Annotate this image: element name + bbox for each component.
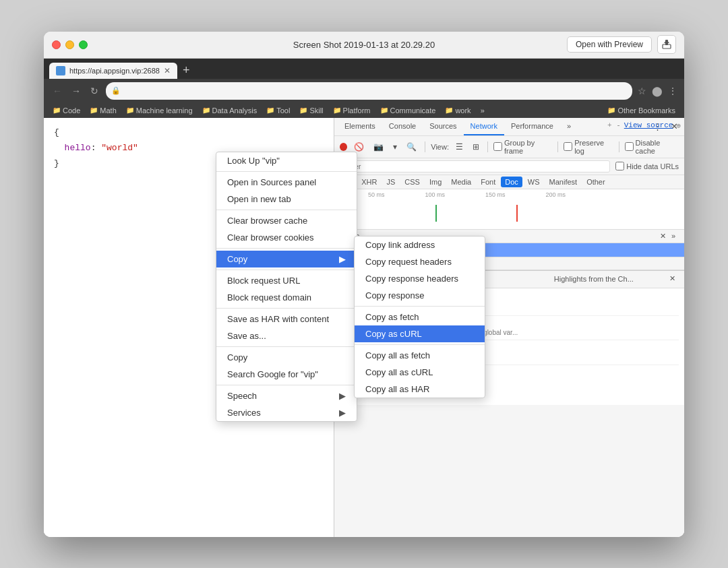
menu-copy-2-label: Copy <box>227 352 247 362</box>
disable-cache-checkbox[interactable]: Disable cache <box>625 139 679 155</box>
record-button[interactable] <box>340 143 347 151</box>
bookmark-math[interactable]: 📁 Math <box>86 105 119 116</box>
bookmark-skill[interactable]: 📁 Skill <box>296 105 326 116</box>
bookmark-icon[interactable]: ☆ <box>638 86 646 96</box>
list-view-button[interactable]: ☰ <box>453 141 466 153</box>
hide-data-urls-checkbox[interactable]: Hide data URLs <box>615 162 679 170</box>
minimize-button[interactable] <box>65 40 74 49</box>
clear-button[interactable]: 🚫 <box>351 141 367 153</box>
toolbar-divider <box>425 141 425 152</box>
filter-font[interactable]: Font <box>477 177 499 187</box>
col-x[interactable]: ✕ <box>657 232 668 241</box>
menu-sep-1 <box>216 171 357 172</box>
menu-save-as[interactable]: Save as... <box>216 327 357 344</box>
submenu-arrow-copy: ▶ <box>339 254 346 264</box>
browser-tab[interactable]: https://api.appsign.vip:2688 ✕ <box>49 63 177 79</box>
copy-all-as-fetch[interactable]: Copy all as fetch <box>355 347 485 364</box>
preserve-log-input[interactable] <box>564 142 572 151</box>
menu-open-newtab[interactable]: Open in new tab <box>216 191 357 208</box>
camera-button[interactable]: 📷 <box>371 141 386 153</box>
menu-clear-cookies[interactable]: Clear browser cookies <box>216 229 357 246</box>
group-view-button[interactable]: ⊞ <box>470 141 482 153</box>
network-filter-input[interactable] <box>340 160 610 172</box>
console-close[interactable]: ✕ <box>664 271 681 288</box>
view-source-link[interactable]: View source <box>624 121 673 129</box>
filter-manifest[interactable]: Manifest <box>545 177 582 187</box>
close-button[interactable] <box>52 40 61 49</box>
filter-other[interactable]: Other <box>582 177 609 187</box>
bookmark-more[interactable]: » <box>477 105 488 116</box>
filter-xhr[interactable]: XHR <box>357 177 381 187</box>
copy-request-headers[interactable]: Copy request headers <box>355 253 485 270</box>
bookmark-other[interactable]: 📁 Other Bookmarks <box>604 105 679 116</box>
menu-search-google[interactable]: Search Google for "vip" <box>216 366 357 383</box>
copy-all-as-har[interactable]: Copy all as HAR <box>355 381 485 398</box>
copy-request-headers-label: Copy request headers <box>365 257 452 267</box>
bookmark-platform[interactable]: 📁 Platform <box>330 105 374 116</box>
tab-performance[interactable]: Performance <box>504 118 560 135</box>
bookmark-folder-icon: 📁 <box>266 106 274 114</box>
bookmark-communicate[interactable]: 📁 Communicate <box>377 105 439 116</box>
col-more[interactable]: » <box>668 232 679 241</box>
address-input[interactable]: https://api.appsign.vip:2688 <box>124 84 627 98</box>
extensions-icon[interactable]: ⬤ <box>652 86 663 96</box>
menu-save-har[interactable]: Save as HAR with content <box>216 311 357 327</box>
new-tab-button[interactable]: + <box>177 63 195 77</box>
more-icon[interactable]: ⋮ <box>668 86 677 96</box>
back-button[interactable]: ← <box>51 84 64 98</box>
view-source-icon: ⊕ <box>676 121 681 130</box>
copy-link-address[interactable]: Copy link address <box>355 236 485 253</box>
menu-clear-cache-label: Clear browser cache <box>227 216 307 226</box>
menu-clear-cache[interactable]: Clear browser cache <box>216 212 357 229</box>
menu-speech[interactable]: Speech ▶ <box>216 387 357 404</box>
disable-cache-input[interactable] <box>625 142 634 151</box>
filter-img[interactable]: Img <box>425 177 446 187</box>
group-by-frame-input[interactable] <box>493 142 502 151</box>
filter-media[interactable]: Media <box>447 177 475 187</box>
tab-close-button[interactable]: ✕ <box>164 66 171 75</box>
filter-css[interactable]: CSS <box>400 177 424 187</box>
tab-console[interactable]: Console <box>382 118 423 135</box>
tab-network[interactable]: Network <box>464 118 504 135</box>
group-by-frame-checkbox[interactable]: Group by frame <box>493 139 552 155</box>
forward-button[interactable]: → <box>69 84 83 98</box>
menu-copy[interactable]: Copy ▶ <box>216 251 357 267</box>
hide-data-urls-input[interactable] <box>615 162 624 170</box>
menu-block-url[interactable]: Block request URL <box>216 272 357 289</box>
tab-sources[interactable]: Sources <box>423 118 463 135</box>
share-button[interactable] <box>657 35 676 54</box>
copy-all-as-curl[interactable]: Copy all as cURL <box>355 364 485 381</box>
menu-sep-6 <box>216 346 357 347</box>
bookmark-label: Tool <box>276 106 290 115</box>
copy-as-curl[interactable]: Copy as cURL <box>355 325 485 342</box>
tab-more[interactable]: » <box>560 118 578 135</box>
tab-elements[interactable]: Elements <box>338 118 382 135</box>
bookmark-label: Communicate <box>390 106 436 115</box>
menu-block-domain[interactable]: Block request domain <box>216 289 357 306</box>
menu-copy-2[interactable]: Copy <box>216 349 357 366</box>
search-button[interactable]: 🔍 <box>404 141 419 153</box>
bookmark-code[interactable]: 📁 Code <box>49 105 84 116</box>
filter-doc[interactable]: Doc <box>501 177 522 187</box>
bookmark-ml[interactable]: 📁 Machine learning <box>123 105 196 116</box>
copy-response[interactable]: Copy response <box>355 287 485 304</box>
bookmark-da[interactable]: 📁 Data Analysis <box>199 105 261 116</box>
open-preview-button[interactable]: Open with Preview <box>567 36 652 53</box>
filter-ws[interactable]: WS <box>524 177 544 187</box>
traffic-lights <box>52 40 88 49</box>
menu-services[interactable]: Services ▶ <box>216 404 357 421</box>
filter-js[interactable]: JS <box>382 177 399 187</box>
filter-toggle-button[interactable]: ▾ <box>390 141 400 153</box>
network-toolbar: 🚫 📷 ▾ 🔍 View: ☰ ⊞ Group by frame Preserv… <box>334 136 684 158</box>
reload-button[interactable]: ↻ <box>88 84 100 98</box>
menu-lookup[interactable]: Look Up "vip" <box>216 152 357 169</box>
bookmark-folder-icon: 📁 <box>333 106 341 114</box>
bookmark-work[interactable]: 📁 work <box>442 105 474 116</box>
preserve-log-checkbox[interactable]: Preserve log <box>564 139 613 155</box>
tab-bar: https://api.appsign.vip:2688 ✕ + <box>44 59 684 79</box>
menu-open-sources[interactable]: Open in Sources panel <box>216 174 357 191</box>
maximize-button[interactable] <box>79 40 88 49</box>
bookmark-tool[interactable]: 📁 Tool <box>263 105 293 116</box>
copy-response-headers[interactable]: Copy response headers <box>355 270 485 287</box>
copy-as-fetch[interactable]: Copy as fetch <box>355 309 485 325</box>
